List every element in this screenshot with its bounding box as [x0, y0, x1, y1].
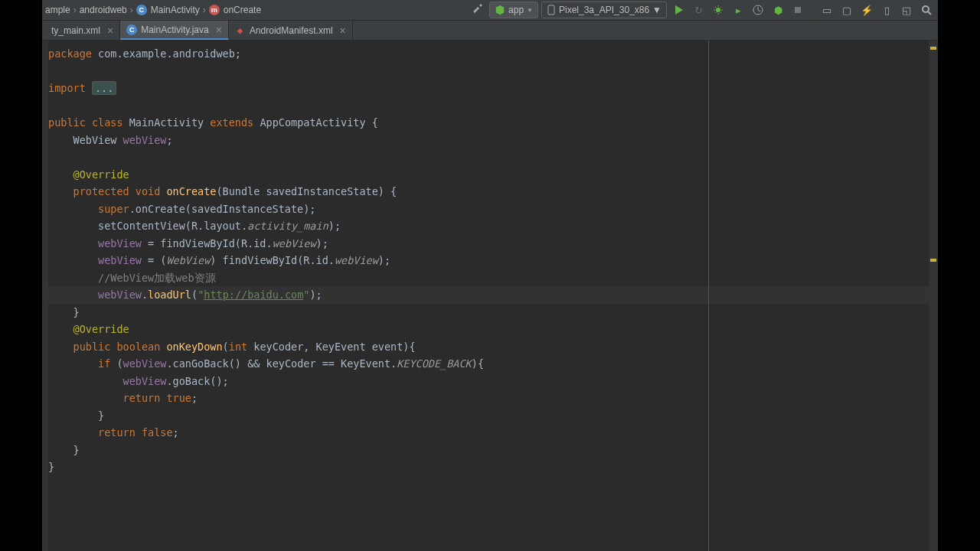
- code-token: ) findViewById(R.id.: [210, 254, 335, 266]
- run-config-dropdown[interactable]: app ▼: [489, 2, 538, 18]
- chevron-down-icon: ▼: [652, 5, 662, 15]
- code-token: super: [98, 203, 129, 215]
- device-dropdown[interactable]: Pixel_3a_API_30_x86 ▼: [541, 2, 667, 18]
- profiler-icon[interactable]: [750, 2, 766, 18]
- code-token: );: [328, 220, 341, 232]
- method-icon: m: [209, 5, 220, 15]
- breadcrumb-item[interactable]: androidweb: [80, 5, 127, 15]
- code-token: import: [48, 82, 86, 94]
- code-token: loadUrl: [148, 289, 191, 301]
- warning-marker[interactable]: [930, 47, 936, 50]
- code-token: WebView: [48, 134, 123, 146]
- code-token: [48, 289, 98, 301]
- tab-mainactivity[interactable]: C MainActivity.java ×: [120, 21, 229, 40]
- breadcrumb[interactable]: ample › androidweb › C MainActivity › m …: [45, 5, 469, 15]
- code-token: onKeyDown: [166, 341, 222, 353]
- resource-manager-icon[interactable]: ⚡: [858, 2, 875, 18]
- code-token: KEYCODE_BACK: [397, 357, 472, 370]
- attach-debugger-icon[interactable]: ⬢: [769, 2, 786, 18]
- close-icon[interactable]: ×: [340, 24, 346, 37]
- code-editor[interactable]: package com.example.androidweb; import .…: [48, 41, 929, 551]
- xml-file-icon: ◆: [235, 25, 246, 36]
- tab-manifest[interactable]: ◆ AndroidManifest.xml ×: [229, 21, 353, 40]
- code-token: if: [98, 357, 110, 370]
- code-token: activity_main: [247, 220, 328, 232]
- code-token: setContentView(R.layout.: [48, 220, 247, 232]
- code-token: [48, 426, 98, 439]
- code-token: package: [48, 47, 92, 60]
- code-token: onCreate: [166, 185, 216, 197]
- code-token: .canGoBack() && keyCoder == KeyEvent.: [166, 357, 397, 370]
- gutter[interactable]: [42, 41, 48, 551]
- avd-manager-icon[interactable]: ▭: [818, 2, 835, 18]
- code-token: ){: [472, 357, 484, 370]
- code-token: (: [110, 357, 122, 370]
- search-icon[interactable]: [918, 2, 935, 18]
- code-token: [48, 203, 98, 215]
- code-token: webView: [123, 357, 167, 370]
- run-button[interactable]: [670, 2, 687, 18]
- sync-icon[interactable]: ◱: [898, 2, 915, 18]
- debug-button[interactable]: [710, 2, 727, 18]
- error-stripe[interactable]: [929, 41, 938, 551]
- fold-indicator[interactable]: ...: [92, 81, 116, 95]
- top-bar: ample › androidweb › C MainActivity › m …: [42, 0, 938, 21]
- breadcrumb-item[interactable]: MainActivity: [151, 5, 200, 15]
- code-token: (: [223, 341, 229, 353]
- svg-point-4: [923, 6, 929, 12]
- coverage-icon[interactable]: ▸: [730, 2, 746, 18]
- svg-rect-3: [795, 7, 801, 13]
- tab-bar: ty_main.xml × C MainActivity.java × ◆ An…: [42, 21, 938, 41]
- chevron-right-icon: ›: [130, 5, 133, 15]
- code-token: @Override: [74, 323, 129, 335]
- code-token: );: [309, 289, 322, 301]
- code-token: = (: [142, 254, 167, 266]
- ide-window: ample › androidweb › C MainActivity › m …: [42, 0, 938, 551]
- code-token: http://baidu.com: [204, 289, 303, 301]
- chevron-down-icon: ▼: [527, 7, 533, 14]
- config-label: app: [508, 5, 524, 15]
- toolbar: app ▼ Pixel_3a_API_30_x86 ▼ ↻ ▸ ⬢ ▭ ▢ ⚡ …: [469, 2, 935, 18]
- code-token: public class: [48, 116, 123, 129]
- current-line: webView.loadUrl("http://baidu.com");: [48, 286, 929, 304]
- close-icon[interactable]: ×: [216, 24, 222, 36]
- code-token: ;: [173, 426, 179, 439]
- tab-label: AndroidManifest.xml: [250, 25, 333, 36]
- chevron-right-icon: ›: [74, 5, 77, 15]
- code-token: return false: [98, 426, 173, 439]
- close-icon[interactable]: ×: [107, 24, 113, 37]
- code-token: ;: [166, 134, 172, 146]
- code-token: [48, 237, 98, 249]
- java-class-icon: C: [126, 24, 137, 35]
- breadcrumb-item[interactable]: onCreate: [224, 5, 261, 15]
- code-token: ;: [191, 392, 198, 404]
- code-token: );: [378, 254, 390, 266]
- breadcrumb-item[interactable]: ample: [45, 5, 70, 15]
- sdk-manager-icon[interactable]: ▢: [838, 2, 855, 18]
- hammer-icon[interactable]: [469, 2, 486, 18]
- code-token: }: [48, 461, 54, 473]
- editor-area[interactable]: package com.example.androidweb; import .…: [42, 41, 938, 551]
- tab-label: MainActivity.java: [141, 24, 208, 35]
- code-token: [48, 323, 74, 335]
- tab-main-xml[interactable]: ty_main.xml ×: [45, 21, 120, 40]
- code-token: .onCreate(savedInstanceState);: [129, 203, 316, 215]
- code-token: [48, 375, 123, 387]
- warning-marker[interactable]: [930, 259, 936, 262]
- device-manager-icon[interactable]: ▯: [878, 2, 895, 18]
- code-token: return true: [123, 392, 191, 404]
- code-token: .: [142, 289, 148, 301]
- code-token: .goBack();: [166, 375, 228, 387]
- code-token: webView: [123, 375, 167, 387]
- code-token: WebView: [166, 254, 210, 266]
- device-label: Pixel_3a_API_30_x86: [559, 5, 649, 15]
- code-token: [48, 185, 74, 197]
- code-token: extends: [210, 116, 253, 129]
- code-token: webView: [98, 254, 142, 266]
- column-guide: [708, 41, 709, 551]
- stop-button[interactable]: [789, 2, 806, 18]
- code-token: [48, 254, 98, 266]
- apply-changes-icon[interactable]: ↻: [690, 2, 707, 18]
- code-token: webView: [273, 237, 316, 249]
- code-token: [48, 357, 98, 370]
